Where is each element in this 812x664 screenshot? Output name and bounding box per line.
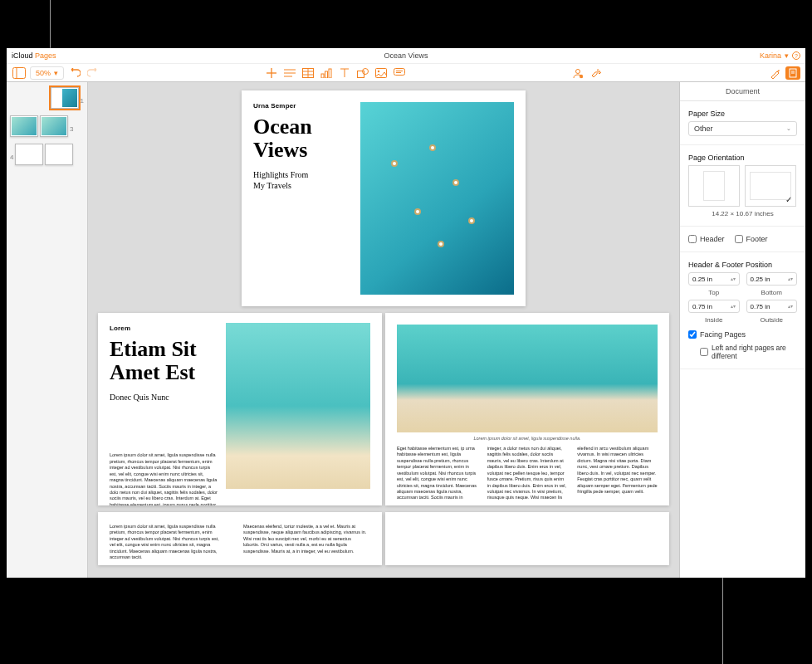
page-subtitle-line2: My Travels <box>253 180 353 191</box>
body-text: Maecenas eleifend, tortor molestie, a a … <box>243 524 368 554</box>
chevron-down-icon: ⌄ <box>786 125 791 132</box>
view-options-button[interactable] <box>12 66 27 81</box>
paper-size-value: Other <box>694 124 713 133</box>
add-page-button[interactable] <box>264 66 279 81</box>
svg-rect-16 <box>358 71 364 77</box>
svg-rect-0 <box>13 67 26 78</box>
paper-size-label: Paper Size <box>688 110 797 118</box>
top-margin-stepper[interactable]: 0.25 in▴▾ <box>688 272 740 286</box>
stepper-arrows-icon: ▴▾ <box>788 277 793 281</box>
page-title-line2: Amet Est <box>110 361 218 383</box>
app-window: iCloud Pages Ocean Views Karina ▾ ? 50% … <box>7 48 805 578</box>
page-title-line1: Etiam Sit <box>110 338 218 360</box>
page-1[interactable]: Urna Semper Ocean Views Highlights From … <box>242 90 526 306</box>
page-title-line2: Views <box>253 139 353 161</box>
outside-label: Outside <box>746 316 798 324</box>
orientation-landscape[interactable] <box>745 165 796 207</box>
body-text: Lorem ipsum dolor sit amet, ligula suspe… <box>110 524 226 561</box>
orientation-label: Page Orientation <box>688 154 797 162</box>
thumbnail-page[interactable] <box>40 115 68 137</box>
document-title: Ocean Views <box>7 51 805 60</box>
facing-pages-label: Facing Pages <box>700 330 746 339</box>
facing-pages-checkbox[interactable]: Facing Pages <box>688 330 746 339</box>
thumbnail-page[interactable] <box>45 144 73 165</box>
inside-margin-stepper[interactable]: 0.75 in▴▾ <box>688 300 740 313</box>
format-panel-button[interactable] <box>767 66 782 81</box>
thumbnail-spread-3[interactable]: 4 <box>10 144 84 165</box>
beach-image <box>226 323 370 489</box>
inside-label: Inside <box>688 316 740 324</box>
lr-different-checkbox[interactable]: Left and right pages are different <box>700 344 797 360</box>
page-subtitle-line1: Highlights From <box>253 169 353 180</box>
callout-line-top <box>50 0 51 48</box>
inspector-panel: Document Paper Size Other ⌄ Page Orienta… <box>679 82 805 578</box>
orientation-portrait[interactable] <box>688 165 740 207</box>
thumbnail-spread-1[interactable]: 1 <box>10 87 84 109</box>
stepper-arrows-icon: ▴▾ <box>731 277 736 281</box>
page-dimensions: 14.22 × 10.67 inches <box>688 210 797 217</box>
svg-point-19 <box>378 70 379 71</box>
zoom-select[interactable]: 50% ▾ <box>30 66 64 80</box>
top-label: Top <box>688 289 740 296</box>
chart-button[interactable] <box>319 66 334 81</box>
zoom-value: 50% <box>36 69 51 77</box>
thumbnail-page[interactable] <box>10 115 38 137</box>
outside-margin-stepper[interactable]: 0.75 in▴▾ <box>746 300 798 313</box>
title-bar: iCloud Pages Ocean Views Karina ▾ ? <box>7 48 805 64</box>
body-text: Eget habitasse elementum est, ip urna ha… <box>397 446 658 501</box>
page-5[interactable] <box>385 512 669 565</box>
undo-button[interactable] <box>67 66 82 81</box>
thumbnail-number: 3 <box>70 125 73 133</box>
page-thumbnails-sidebar[interactable]: 1 3 4 <box>7 82 88 578</box>
table-button[interactable] <box>301 66 316 81</box>
page-2[interactable]: Lorem Etiam Sit Amet Est Donec Quis Nunc… <box>98 313 382 505</box>
svg-rect-20 <box>394 68 405 75</box>
media-button[interactable] <box>374 66 389 81</box>
page-title-line1: Ocean <box>253 115 353 138</box>
thumbnail-page[interactable] <box>51 87 79 109</box>
header-checkbox[interactable]: Header <box>688 235 725 243</box>
paragraph-style-button[interactable] <box>282 66 297 81</box>
callout-line-right <box>722 578 723 664</box>
redo-button[interactable] <box>86 66 100 81</box>
page-3[interactable]: Lorem ipsum dolor sit amet, ligula suspe… <box>385 313 669 505</box>
hf-position-label: Header & Footer Position <box>688 261 797 269</box>
page-4[interactable]: Lorem ipsum dolor sit amet, ligula suspe… <box>98 512 382 565</box>
svg-rect-11 <box>321 74 324 78</box>
tools-button[interactable] <box>589 66 604 81</box>
image-caption: Lorem ipsum dolor sit amet, ligula suspe… <box>397 436 658 442</box>
stepper-arrows-icon: ▴▾ <box>731 305 736 309</box>
shape-button[interactable] <box>355 66 370 81</box>
comment-button[interactable] <box>392 66 407 81</box>
svg-rect-13 <box>329 69 331 78</box>
thumbnail-page[interactable] <box>15 144 43 165</box>
bottom-margin-stepper[interactable]: 0.25 in▴▾ <box>746 272 798 286</box>
stepper-arrows-icon: ▴▾ <box>788 305 793 309</box>
inspector-title: Document <box>680 82 805 101</box>
beach-wide-image <box>397 325 658 432</box>
page-subtitle: Donec Quis Nunc <box>110 392 218 403</box>
document-canvas[interactable]: Urna Semper Ocean Views Highlights From … <box>88 82 679 578</box>
svg-point-24 <box>580 74 583 77</box>
document-panel-button[interactable] <box>785 66 800 80</box>
thumbnail-spread-2[interactable]: 3 <box>10 115 84 137</box>
toolbar: 50% ▾ <box>7 64 805 82</box>
svg-rect-12 <box>325 71 328 78</box>
thumbnail-number: 1 <box>81 97 84 105</box>
footer-label: Footer <box>746 235 768 243</box>
svg-point-23 <box>576 69 580 73</box>
paper-size-select[interactable]: Other ⌄ <box>688 121 797 136</box>
bottom-label: Bottom <box>746 289 798 296</box>
body-text: Lorem ipsum dolor sit amet, ligula suspe… <box>110 452 218 505</box>
chevron-down-icon: ▾ <box>54 69 58 77</box>
text-box-button[interactable] <box>337 66 352 81</box>
footer-checkbox[interactable]: Footer <box>735 235 768 243</box>
lr-different-label: Left and right pages are different <box>712 344 797 360</box>
thumbnail-number: 4 <box>10 154 13 161</box>
ocean-image <box>360 102 514 295</box>
collaborate-button[interactable] <box>570 66 585 81</box>
header-label: Header <box>700 235 725 243</box>
